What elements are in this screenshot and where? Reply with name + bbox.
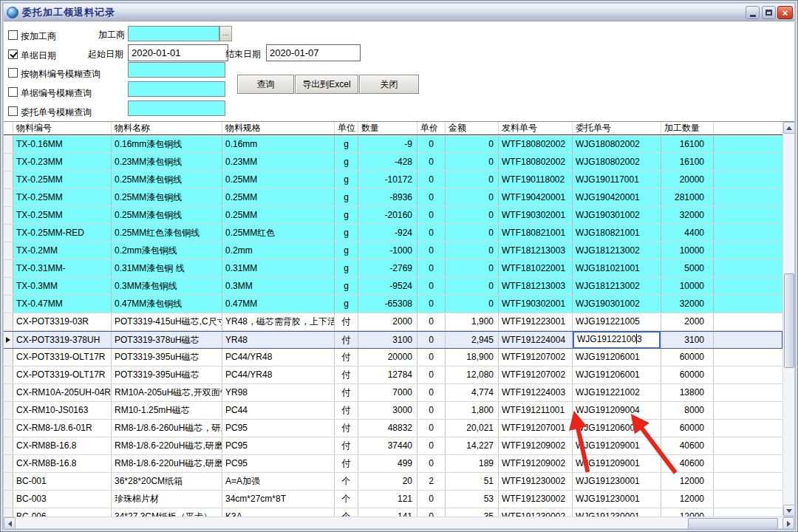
- row-marker-cell[interactable]: [4, 420, 13, 437]
- cell[interactable]: g: [335, 207, 358, 224]
- row-marker-cell[interactable]: [4, 366, 13, 383]
- row-marker-cell[interactable]: [4, 136, 13, 153]
- cell[interactable]: 0.31MM: [222, 260, 335, 277]
- cell[interactable]: 40600: [661, 455, 714, 472]
- cell[interactable]: -20160: [358, 207, 417, 224]
- cell[interactable]: 0.25MM: [222, 189, 335, 206]
- cell[interactable]: 12000: [661, 491, 714, 508]
- cell[interactable]: 0: [417, 437, 446, 454]
- table-row[interactable]: BC-003珍珠棉片材34cm*27cm*8T个121053WTF1912300…: [4, 491, 782, 508]
- cell[interactable]: WTF191209002: [499, 437, 573, 454]
- query-button[interactable]: 查询: [237, 75, 294, 94]
- cell[interactable]: g: [335, 260, 358, 277]
- docno-fuzzy-input[interactable]: [128, 81, 225, 97]
- column-header-5[interactable]: 数量: [358, 122, 417, 134]
- cell[interactable]: 189: [446, 455, 499, 472]
- row-marker-cell[interactable]: [4, 189, 13, 206]
- cell[interactable]: -65308: [358, 296, 417, 313]
- cell[interactable]: 0: [417, 455, 446, 472]
- table-row[interactable]: BC-00136*28*20CM纸箱A=A加强个20251WTF19123000…: [4, 473, 782, 491]
- cell[interactable]: 0: [446, 296, 499, 313]
- cell[interactable]: WTF180802002: [499, 154, 573, 171]
- cell[interactable]: 0: [417, 366, 446, 383]
- table-row[interactable]: TX-0.47MM0.47MM漆包铜线0.47MMg-6530800WTF190…: [4, 296, 782, 313]
- cell[interactable]: 4,774: [446, 384, 499, 401]
- cell[interactable]: 36*28*20CM纸箱: [112, 473, 222, 490]
- cell[interactable]: g: [335, 278, 358, 295]
- cell[interactable]: WJG190420001: [573, 189, 661, 206]
- cell[interactable]: WJG191230001: [573, 508, 661, 516]
- cell[interactable]: 付: [335, 332, 358, 348]
- cell[interactable]: 1,800: [446, 402, 499, 419]
- cell[interactable]: PC44/YR48: [222, 366, 335, 383]
- table-row[interactable]: CX-POT3319-03RPOT3319-415uH磁芯,C尺寸YR48，磁芯…: [4, 313, 782, 331]
- cell[interactable]: 0.3MM漆包铜线: [112, 278, 222, 295]
- cell[interactable]: 141: [358, 508, 417, 516]
- cell[interactable]: 0: [417, 384, 446, 401]
- column-header-7[interactable]: 金额: [446, 122, 499, 134]
- row-marker-cell[interactable]: [4, 296, 13, 313]
- material-fuzzy-input[interactable]: [128, 62, 225, 78]
- cell[interactable]: WJG191209004: [573, 402, 661, 419]
- cell[interactable]: -2769: [358, 260, 417, 277]
- cell[interactable]: TX-0.31MM-: [13, 260, 112, 277]
- cell[interactable]: 12000: [661, 508, 714, 516]
- table-row[interactable]: CX-RM8B-16.8RM8-1/8.6-220uH磁芯,研磨双PC95付37…: [4, 437, 782, 455]
- cell[interactable]: WJG191209001: [573, 437, 661, 454]
- cell[interactable]: g: [335, 154, 358, 171]
- table-row[interactable]: TX-0.3MM0.3MM漆包铜线0.3MMg-952400WTF1812130…: [4, 278, 782, 296]
- cell[interactable]: -1000: [358, 242, 417, 259]
- table-row[interactable]: CX-POT3319-OLT17RPOT3319-395uH磁芯PC44/YR4…: [4, 366, 782, 384]
- maximize-button[interactable]: [762, 6, 776, 19]
- cell[interactable]: 0.25MM: [222, 171, 335, 188]
- grid-body[interactable]: TX-0.16MM0.16mm漆包铜线0.16mmg-900WTF1808020…: [4, 136, 782, 516]
- cell[interactable]: 付: [335, 384, 358, 401]
- cell[interactable]: g: [335, 189, 358, 206]
- cell[interactable]: CX-RM8B-16.8: [13, 455, 112, 472]
- cell[interactable]: TX-0.47MM: [13, 296, 112, 313]
- checkbox-doc-date[interactable]: [8, 50, 18, 59]
- cell[interactable]: 16100: [661, 136, 714, 153]
- row-marker-cell[interactable]: [4, 242, 13, 259]
- cell[interactable]: WJG180802002: [573, 136, 661, 153]
- cell[interactable]: WJG181213002: [573, 242, 661, 259]
- cell[interactable]: 付: [335, 420, 358, 437]
- cell[interactable]: TX-0.25MM: [13, 171, 112, 188]
- cell[interactable]: 13800: [661, 384, 714, 401]
- cell[interactable]: 付: [335, 366, 358, 383]
- cell[interactable]: 18,900: [446, 349, 499, 366]
- cell[interactable]: WJG191206001: [573, 349, 661, 366]
- cell[interactable]: 0: [446, 207, 499, 224]
- cell[interactable]: 53: [446, 491, 499, 508]
- cell[interactable]: WJG191221003: [573, 332, 661, 348]
- cell[interactable]: WJG191230001: [573, 473, 661, 490]
- cell[interactable]: 0: [417, 171, 446, 188]
- cell[interactable]: WTF191211001: [499, 402, 573, 419]
- column-header-9[interactable]: 委托单号: [573, 122, 661, 134]
- cell[interactable]: 32000: [661, 296, 714, 313]
- cell[interactable]: 0: [417, 242, 446, 259]
- column-header-4[interactable]: 单位: [335, 122, 358, 134]
- end-date-input[interactable]: [266, 44, 361, 61]
- cell[interactable]: 0.23MM漆包铜线: [112, 154, 222, 171]
- cell[interactable]: WTF180802002: [499, 136, 573, 153]
- cell[interactable]: 0.23MM: [222, 154, 335, 171]
- cell[interactable]: 1,900: [446, 313, 499, 330]
- cell[interactable]: 60000: [661, 349, 714, 366]
- cell[interactable]: 3100: [661, 332, 714, 348]
- cell[interactable]: -924: [358, 225, 417, 242]
- row-marker-cell[interactable]: [4, 171, 13, 188]
- cell[interactable]: CX-RM10A-205UH-04R: [13, 384, 112, 401]
- table-row[interactable]: CX-RM10A-205UH-04RRM10A-205uH磁芯,开双面气YR98…: [4, 384, 782, 402]
- cell[interactable]: 20000: [661, 171, 714, 188]
- cell[interactable]: WTF180821001: [499, 225, 573, 242]
- cell[interactable]: g: [335, 242, 358, 259]
- table-row[interactable]: TX-0.2MM0.2mm漆包铜线0.2mmg-100000WTF1812130…: [4, 242, 782, 260]
- row-marker-cell[interactable]: [4, 455, 13, 472]
- cell[interactable]: 0: [446, 260, 499, 277]
- cell[interactable]: 0.47MM: [222, 296, 335, 313]
- cell[interactable]: 32000: [661, 207, 714, 224]
- close-form-button[interactable]: 关闭: [359, 75, 419, 94]
- scroll-up-button[interactable]: [783, 122, 794, 134]
- cell[interactable]: 珍珠棉片材: [112, 491, 222, 508]
